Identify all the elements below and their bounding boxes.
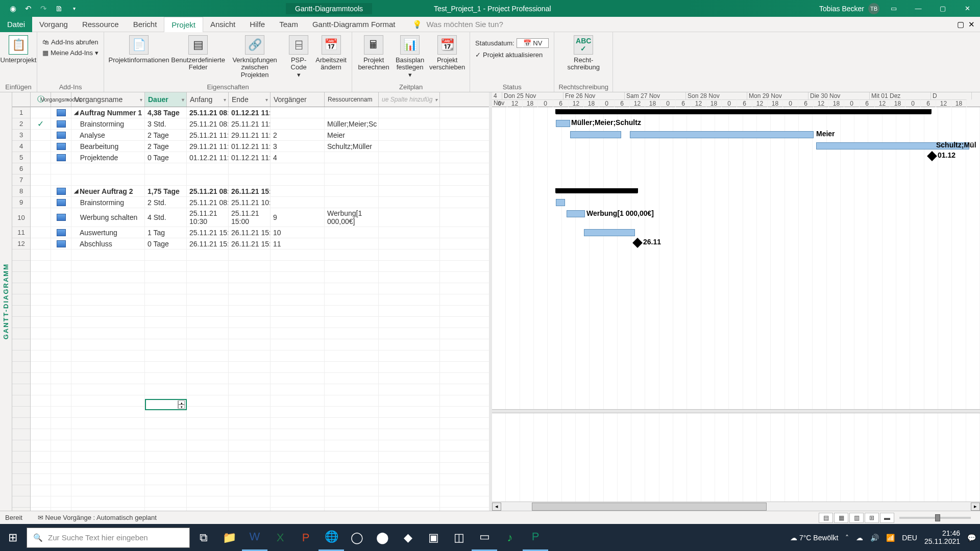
avatar[interactable]: TB	[868, 3, 879, 14]
view-team[interactable]: ▥	[849, 513, 864, 523]
active-cell[interactable]: ▴▾	[145, 399, 187, 410]
table-row[interactable]: Projektende 0 Tage 01.12.21 11:3 01.12.2…	[31, 152, 489, 163]
row-header[interactable]	[12, 272, 30, 283]
row-header[interactable]	[12, 485, 30, 496]
row-header[interactable]: 12	[12, 238, 30, 249]
tab-datei[interactable]: Datei	[0, 17, 32, 32]
table-row[interactable]: Werbung schalten 4 Std. 25.11.21 10:30 2…	[31, 208, 489, 227]
table-row[interactable]	[31, 294, 489, 306]
table-row[interactable]	[31, 174, 489, 186]
grid-body[interactable]: ◢Auftrag Nummer 1 4,38 Tage 25.11.21 08:…	[31, 107, 489, 249]
col-ende[interactable]: Ende▾	[229, 92, 271, 107]
table-row[interactable]	[31, 440, 489, 452]
row-header[interactable]	[12, 508, 30, 511]
table-row[interactable]: Bearbeitung 2 Tage 29.11.21 11:3 01.12.2…	[31, 141, 489, 152]
tell-me-search[interactable]: 💡 Was möchten Sie tun?	[412, 20, 503, 29]
table-row[interactable]	[31, 306, 489, 317]
row-header[interactable]	[12, 496, 30, 508]
doc-icon[interactable]: 🗎	[54, 4, 64, 14]
table-row[interactable]	[31, 249, 489, 261]
table-row[interactable]	[31, 418, 489, 429]
arbeitszeit-button[interactable]: 📅Arbeitszeit ändern	[314, 34, 348, 71]
qat-customize[interactable]: ▾	[69, 4, 79, 14]
projektinfo-button[interactable]: 📄Projektinformationen	[108, 34, 169, 64]
statusdatum-field[interactable]: Statusdatum: 📅 NV	[474, 37, 550, 49]
table-row[interactable]	[31, 452, 489, 463]
gantt-hscroll[interactable]: ◂ ▸	[492, 502, 980, 511]
tab-ansicht[interactable]: Ansicht	[203, 17, 242, 32]
wifi-icon[interactable]: 📶	[886, 534, 895, 542]
scroll-thumb[interactable]	[532, 503, 767, 511]
row-header[interactable]: 1	[12, 107, 30, 118]
row-header[interactable]	[12, 261, 30, 272]
psp-button[interactable]: ⌸PSP-Code ▾	[286, 34, 311, 79]
row-header[interactable]	[12, 429, 30, 440]
row-header[interactable]: 2	[12, 118, 30, 130]
links-button[interactable]: 🔗Verknüpfungen zwischen Projekten	[227, 34, 283, 79]
row-header[interactable]	[12, 384, 30, 395]
aktualisieren-button[interactable]: ✓Projekt aktualisieren	[474, 50, 550, 60]
unterprojekt-button[interactable]: 📋 Unterprojekt	[4, 34, 33, 64]
table-row[interactable]	[31, 362, 489, 373]
zoom-slider[interactable]	[899, 517, 971, 519]
basisplan-button[interactable]: 📊Basisplan festlegen ▾	[394, 34, 426, 79]
close-ribbon-button[interactable]: ✕	[968, 20, 975, 29]
tab-projekt[interactable]: Projekt	[164, 17, 203, 32]
table-row[interactable]: Brainstorming 2 Std. 25.11.21 08:0 25.11…	[31, 197, 489, 208]
row-header[interactable]	[12, 474, 30, 485]
scroll-left[interactable]: ◂	[492, 503, 501, 511]
row-header[interactable]: 5	[12, 152, 30, 163]
app-icon-1[interactable]: ◆	[395, 524, 421, 551]
row-header[interactable]: 8	[12, 186, 30, 197]
project-icon[interactable]: P	[523, 524, 548, 551]
table-row[interactable]	[31, 395, 489, 407]
explorer-icon[interactable]: 📁	[216, 524, 242, 551]
row-header[interactable]	[12, 463, 30, 474]
rechtschreibung-button[interactable]: ABC✓Recht-schreibung	[564, 34, 603, 71]
row-header[interactable]	[12, 306, 30, 317]
tray-chevron[interactable]: ˄	[845, 534, 849, 542]
start-button[interactable]: ⊞	[0, 524, 26, 551]
table-row[interactable]	[31, 384, 489, 395]
view-usage[interactable]: ▦	[834, 513, 848, 523]
table-row[interactable]	[31, 373, 489, 384]
tab-hilfe[interactable]: Hilfe	[242, 17, 272, 32]
undo-button[interactable]: ↶	[23, 4, 33, 14]
table-row[interactable]	[31, 339, 489, 350]
collapse-icon[interactable]: ◢	[74, 188, 78, 194]
gantt-bar-10[interactable]	[567, 210, 585, 217]
table-row[interactable]: ◢Auftrag Nummer 1 4,38 Tage 25.11.21 08:…	[31, 107, 489, 118]
spin-up[interactable]: ▴	[178, 400, 185, 405]
windows-search[interactable]: 🔍 Zur Suche Text hier eingeben	[27, 528, 190, 548]
table-row[interactable]	[31, 496, 489, 508]
col-ressourcen[interactable]: Ressourcennam	[325, 92, 379, 107]
share-button[interactable]: ▢	[957, 20, 964, 29]
speaker-icon[interactable]: 🔊	[870, 534, 879, 542]
table-row[interactable]	[31, 283, 489, 294]
scroll-right[interactable]: ▸	[971, 503, 980, 511]
tab-ressource[interactable]: Ressource	[75, 17, 126, 32]
row-header[interactable]: 7	[12, 174, 30, 186]
table-row[interactable]	[31, 508, 489, 511]
close-button[interactable]: ✕	[957, 0, 977, 17]
row-header[interactable]	[12, 395, 30, 407]
verschieben-button[interactable]: 📆Projekt verschieben	[429, 34, 465, 71]
gantt-bar-3[interactable]	[570, 131, 621, 138]
table-row[interactable]	[31, 463, 489, 474]
edge-icon[interactable]: 🌐	[318, 524, 344, 551]
meine-addins-button[interactable]: ▦Meine Add-Ins ▾	[41, 48, 100, 58]
maximize-button[interactable]: ▢	[933, 0, 953, 17]
gantt-chart[interactable]: Müller;Meier;Schultz Meier Schultz;Mül 0…	[492, 107, 980, 502]
table-row[interactable]	[31, 272, 489, 283]
row-header[interactable]: 3	[12, 130, 30, 141]
row-header[interactable]: 10	[12, 208, 30, 227]
word-icon[interactable]: W	[242, 524, 267, 551]
table-row[interactable]	[31, 261, 489, 272]
col-add[interactable]: ue Spalte hinzufüg▾	[379, 92, 440, 107]
row-header[interactable]	[12, 440, 30, 452]
table-row[interactable]	[31, 474, 489, 485]
col-mode[interactable]: Vorgangsmodus▾	[51, 92, 71, 107]
custom-fields-button[interactable]: ▤Benutzerdefinierte Felder	[173, 34, 224, 71]
row-header[interactable]	[12, 317, 30, 328]
tab-team[interactable]: Team	[272, 17, 305, 32]
